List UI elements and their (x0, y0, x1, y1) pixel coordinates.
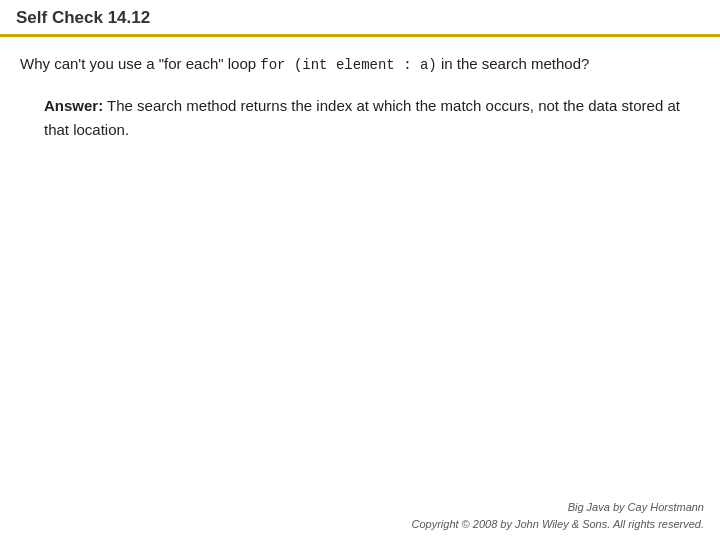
answer-block: Answer: The search method returns the in… (44, 94, 700, 142)
page-container: Self Check 14.12 Why can't you use a "fo… (0, 0, 720, 540)
answer-text: The search method returns the index at w… (44, 97, 680, 138)
answer-label: Answer: (44, 97, 103, 114)
footer: Big Java by Cay Horstmann Copyright © 20… (0, 493, 720, 540)
question-prefix: Why can't you use a "for each" loop (20, 55, 260, 72)
question-block: Why can't you use a "for each" loop for … (20, 53, 700, 76)
page-title: Self Check 14.12 (16, 8, 150, 27)
content-area: Why can't you use a "for each" loop for … (0, 37, 720, 493)
footer-line1: Big Java by Cay Horstmann (16, 499, 704, 516)
question-suffix: in the search method? (437, 55, 590, 72)
header: Self Check 14.12 (0, 0, 720, 37)
question-code: for (int element : a) (260, 57, 436, 73)
footer-line2: Copyright © 2008 by John Wiley & Sons. A… (16, 516, 704, 533)
